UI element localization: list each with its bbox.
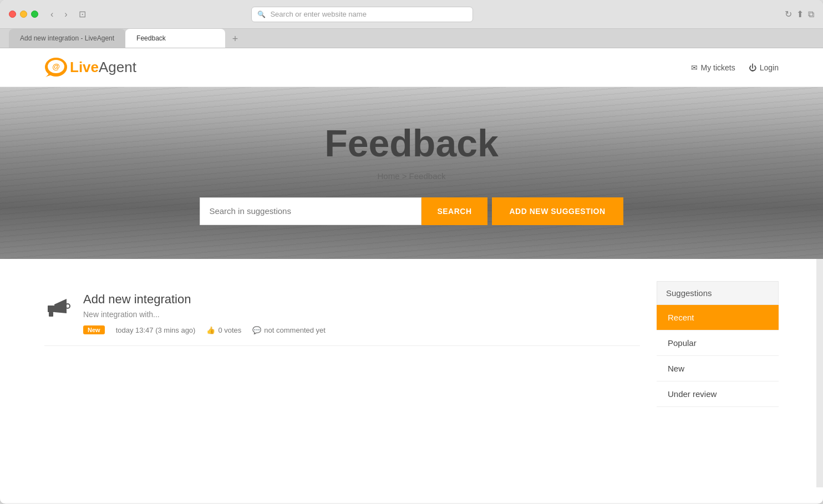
sidebar-item-under-review[interactable]: Under review: [657, 381, 779, 407]
search-row: SEARCH ADD NEW SUGGESTION: [0, 197, 823, 225]
page-content: @ LiveAgent ✉ My tickets ⏻ Login: [0, 48, 823, 503]
page-title: Feedback: [0, 121, 823, 165]
comments[interactable]: 💬 not commented yet: [252, 326, 326, 334]
svg-rect-5: [49, 312, 53, 317]
votes[interactable]: 👍 0 votes: [206, 326, 241, 334]
new-tab-button[interactable]: +: [227, 31, 243, 47]
suggestion-meta: New today 13:47 (3 mins ago) 👍 0 votes 💬…: [83, 325, 640, 334]
toolbar-right: ↻ ⬆ ⧉: [785, 9, 814, 19]
power-icon: ⏻: [749, 63, 756, 72]
comment-icon: 💬: [252, 326, 261, 334]
new-badge: New: [83, 325, 105, 334]
suggestion-body: Add new integration New integration with…: [83, 292, 640, 334]
breadcrumb: Home > Feedback: [0, 171, 823, 181]
search-input[interactable]: [200, 197, 421, 225]
tab-feedback-label: Feedback: [136, 34, 166, 42]
forward-button[interactable]: ›: [61, 7, 70, 22]
tab-add-integration-label: Add new integration - LiveAgent: [20, 34, 114, 42]
suggestion-subtitle: New integration with...: [83, 310, 640, 319]
sidebar-section-title: Suggestions: [657, 281, 779, 305]
my-tickets-link[interactable]: ✉ My tickets: [691, 63, 735, 72]
sidebar-toggle-button[interactable]: ⊡: [75, 7, 89, 22]
back-button[interactable]: ‹: [47, 7, 57, 22]
header-nav: ✉ My tickets ⏻ Login: [691, 63, 779, 72]
share-button[interactable]: ⬆: [796, 9, 804, 19]
search-icon: 🔍: [257, 11, 266, 18]
svg-marker-4: [54, 299, 67, 313]
traffic-lights: [9, 11, 38, 18]
sidebar-item-new[interactable]: New: [657, 356, 779, 381]
mail-icon: ✉: [691, 63, 698, 72]
suggestions-list: Add new integration New integration with…: [44, 281, 640, 407]
thumbsup-icon: 👍: [206, 326, 215, 334]
windows-button[interactable]: ⧉: [808, 9, 814, 19]
svg-text:@: @: [52, 62, 60, 71]
suggestion-title[interactable]: Add new integration: [83, 292, 640, 307]
reload-button[interactable]: ↻: [785, 9, 792, 19]
browser-window: ‹ › ⊡ 🔍 Search or enter website name ↻ ⬆…: [0, 0, 823, 504]
hero-section: Feedback Home > Feedback SEARCH ADD NEW …: [0, 87, 823, 259]
address-bar[interactable]: 🔍 Search or enter website name: [251, 7, 473, 22]
logo-text: LiveAgent: [70, 59, 136, 76]
login-link[interactable]: ⏻ Login: [749, 63, 779, 72]
titlebar: ‹ › ⊡ 🔍 Search or enter website name ↻ ⬆…: [0, 0, 823, 29]
close-button[interactable]: [9, 11, 16, 18]
logo-icon: @: [44, 57, 68, 78]
hero-content: Feedback Home > Feedback SEARCH ADD NEW …: [0, 121, 823, 225]
tab-bar: Add new integration - LiveAgent Feedback…: [0, 29, 823, 48]
suggestion-item: Add new integration New integration with…: [44, 281, 640, 346]
main-content: Add new integration New integration with…: [0, 259, 823, 429]
sidebar-item-recent[interactable]: Recent: [657, 305, 779, 330]
add-suggestion-button[interactable]: ADD NEW SUGGESTION: [492, 197, 623, 225]
timestamp: today 13:47 (3 mins ago): [116, 326, 196, 334]
sidebar-item-popular[interactable]: Popular: [657, 330, 779, 356]
megaphone-icon: [44, 294, 72, 322]
search-button[interactable]: SEARCH: [421, 197, 487, 225]
minimize-button[interactable]: [20, 11, 27, 18]
logo[interactable]: @ LiveAgent: [44, 57, 136, 78]
svg-rect-3: [48, 306, 54, 312]
sidebar: Suggestions Recent Popular New Under rev…: [657, 281, 779, 407]
maximize-button[interactable]: [31, 11, 38, 18]
tab-feedback[interactable]: Feedback: [125, 29, 225, 48]
address-text: Search or enter website name: [270, 10, 366, 18]
suggestion-icon: [44, 294, 72, 327]
site-header: @ LiveAgent ✉ My tickets ⏻ Login: [0, 48, 823, 87]
tab-add-integration[interactable]: Add new integration - LiveAgent: [9, 29, 125, 48]
